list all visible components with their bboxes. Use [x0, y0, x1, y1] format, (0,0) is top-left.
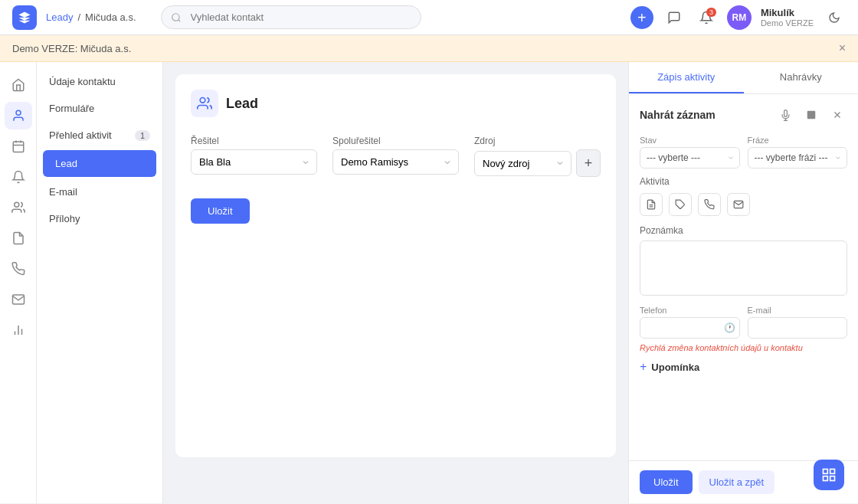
stop-icon[interactable]: [801, 105, 821, 125]
resitel-select[interactable]: Bla Bla: [191, 149, 317, 175]
zdroj-select[interactable]: Nový zdroj: [474, 151, 571, 176]
topnav: Leady / Mičuda a.s. + 3 RM Mikulík Demo …: [0, 0, 858, 35]
topnav-actions: + 3 RM Mikulík Demo VERZE: [630, 5, 846, 30]
menu-item-udaje[interactable]: Údaje kontaktu: [37, 68, 162, 95]
record-title: Nahrát záznam: [640, 109, 716, 121]
clock-icon: 🕐: [724, 322, 735, 333]
menu-label-prehled: Přehled aktivit: [49, 129, 112, 141]
sidebar-icon-phone[interactable]: [5, 255, 32, 283]
email-group: E-mail: [748, 306, 848, 339]
mic-icon[interactable]: [775, 105, 795, 125]
menu-label-prilohy: Přílohy: [49, 213, 80, 224]
breadcrumb-leady[interactable]: Leady: [46, 11, 73, 23]
menu-item-formulare[interactable]: Formuláře: [37, 95, 162, 122]
resitel-label: Řešitel: [191, 136, 317, 146]
sidebar-icon-document[interactable]: [5, 224, 32, 252]
sidebar-icon-calendar[interactable]: [5, 133, 32, 160]
form-group-zdroj: Zdroj Nový zdroj +: [474, 136, 601, 177]
contact-row: Telefon 🕐 E-mail: [640, 306, 847, 339]
telefon-group: Telefon 🕐: [640, 306, 740, 339]
fraze-group: Fráze --- vyberte frázi ---: [748, 136, 848, 169]
svg-rect-18: [824, 470, 828, 474]
close-record-icon[interactable]: [827, 105, 847, 125]
user-name: Mikulík: [761, 7, 814, 18]
menu-label-lead: Lead: [55, 158, 77, 169]
menu-item-email[interactable]: E-mail: [37, 178, 162, 205]
zdroj-add-button[interactable]: +: [576, 149, 601, 177]
lead-panel: Lead Řešitel Bla Bla Spoluřešitel Demo R…: [175, 74, 616, 457]
form-row-fields: Řešitel Bla Bla Spoluřešitel Demo Ramisy…: [191, 136, 601, 177]
right-tabs: Zápis aktivity Nahrávky: [629, 62, 858, 94]
stav-select[interactable]: --- vyberte ---: [640, 147, 740, 169]
aktivita-icons: [640, 193, 847, 216]
fraze-label: Fráze: [748, 136, 848, 145]
sidebar-icon-chart[interactable]: [5, 316, 32, 344]
sidebar-icon-bell[interactable]: [5, 163, 32, 191]
sidebar-icon-home[interactable]: [5, 71, 32, 99]
svg-point-5: [14, 202, 18, 207]
sidebar-icon-people[interactable]: [5, 194, 32, 221]
phone-activity-icon[interactable]: [698, 193, 721, 216]
svg-rect-12: [807, 111, 816, 119]
poznamka-textarea[interactable]: [640, 241, 847, 296]
email-activity-icon[interactable]: [727, 193, 750, 216]
save-back-button[interactable]: Uložit a zpět: [699, 470, 775, 494]
sidebar-icon-user[interactable]: [5, 102, 32, 129]
user-avatar[interactable]: RM: [727, 5, 752, 30]
search-input[interactable]: [161, 5, 421, 29]
chat-icon[interactable]: [663, 6, 686, 29]
breadcrumb-contact: Mičuda a.s.: [85, 11, 136, 23]
search-area: [161, 5, 606, 29]
save-activity-button[interactable]: Uložit: [640, 470, 693, 494]
spoluresitel-select[interactable]: Demo Ramisys: [332, 149, 459, 175]
fab-button[interactable]: [814, 460, 844, 490]
tab-zapis-aktivity[interactable]: Zápis aktivity: [629, 62, 744, 93]
menu-item-lead[interactable]: Lead: [43, 150, 156, 177]
menu-badge-prehled: 1: [135, 130, 150, 141]
user-role: Demo VERZE: [761, 18, 814, 28]
user-info: Mikulík Demo VERZE: [761, 7, 814, 28]
save-button[interactable]: Uložit: [191, 198, 250, 224]
add-button[interactable]: +: [630, 6, 653, 29]
notifications-badge: 3: [706, 8, 716, 17]
banner-text: Demo VERZE: Mičuda a.s.: [12, 43, 131, 54]
reminder-row[interactable]: + Upomínka: [640, 360, 847, 374]
reminder-plus-icon: +: [640, 360, 647, 374]
spoluresitel-label: Spoluřešitel: [332, 136, 459, 146]
email-input[interactable]: [748, 317, 848, 339]
reminder-label: Upomínka: [651, 362, 699, 373]
main-layout: Údaje kontaktu Formuláře Přehled aktivit…: [0, 62, 858, 503]
tag-activity-icon[interactable]: [669, 193, 692, 216]
demo-banner: Demo VERZE: Mičuda a.s. ×: [0, 35, 858, 62]
aktivita-label: Aktivita: [640, 176, 847, 187]
right-panel-body: Nahrát záznam Stav: [629, 94, 858, 460]
form-group-resitel: Řešitel Bla Bla: [191, 136, 317, 177]
fraze-select[interactable]: --- vyberte frázi ---: [748, 147, 848, 169]
menu-label-udaje: Údaje kontaktu: [49, 76, 116, 87]
tab-nahravky[interactable]: Nahrávky: [744, 62, 859, 93]
svg-rect-20: [830, 476, 835, 481]
stav-fraze-row: Stav --- vyberte --- Fráze --- vyberte f…: [640, 136, 847, 169]
email-label: E-mail: [748, 306, 848, 315]
quick-change-text: Rychlá změna kontaktních údajů u kontakt…: [640, 343, 847, 352]
breadcrumb: Leady / Mičuda a.s.: [46, 11, 136, 23]
sidebar-menu: Údaje kontaktu Formuláře Přehled aktivit…: [37, 62, 163, 503]
menu-label-email: E-mail: [49, 186, 77, 198]
banner-close[interactable]: ×: [839, 41, 846, 55]
telefon-label: Telefon: [640, 306, 740, 315]
note-activity-icon[interactable]: [640, 193, 663, 216]
form-group-spoluresitel: Spoluřešitel Demo Ramisys: [332, 136, 459, 177]
record-section-header: Nahrát záznam: [640, 105, 847, 125]
svg-rect-21: [824, 476, 828, 481]
stav-group: Stav --- vyberte ---: [640, 136, 740, 169]
svg-rect-19: [830, 470, 835, 474]
notifications-icon[interactable]: 3: [695, 6, 718, 29]
right-panel: Zápis aktivity Nahrávky Nahrát záznam: [628, 62, 858, 503]
menu-item-prehled[interactable]: Přehled aktivit 1: [37, 122, 162, 149]
sidebar-icon-mail[interactable]: [5, 286, 32, 313]
record-icons: [775, 105, 847, 125]
night-mode-icon[interactable]: [823, 6, 846, 29]
lead-icon: [191, 90, 218, 117]
menu-item-prilohy[interactable]: Přílohy: [37, 205, 162, 232]
telefon-input-wrap: 🕐: [640, 317, 740, 339]
